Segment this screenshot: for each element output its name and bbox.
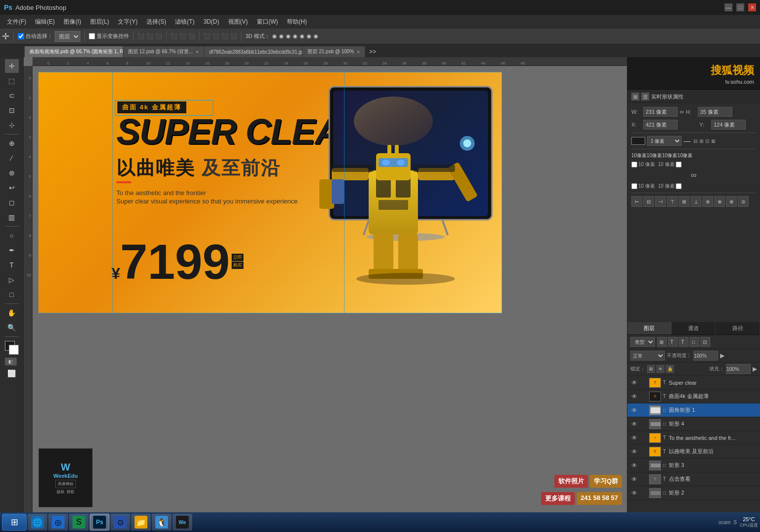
stroke-type-icon[interactable]: ⊟: [693, 138, 697, 144]
3d-icon-3[interactable]: ◉: [286, 33, 291, 39]
corner-bl-checkbox[interactable]: [631, 183, 637, 189]
menu-window[interactable]: 窗口(W): [253, 16, 282, 28]
pen-tool[interactable]: ✒: [5, 243, 19, 257]
menu-view[interactable]: 视图(V): [224, 16, 252, 28]
align-center-btn[interactable]: ⊟: [643, 196, 654, 207]
stroke-dash-icon[interactable]: —: [684, 137, 691, 145]
layer-vis-rect3[interactable]: 👁: [630, 462, 638, 469]
maximize-button[interactable]: □: [736, 3, 744, 11]
filter-smart-icon[interactable]: ⊡: [700, 337, 710, 347]
menu-3d[interactable]: 3D(D): [200, 17, 223, 27]
start-button[interactable]: ⊞: [2, 514, 27, 531]
tab-layers[interactable]: 图层: [627, 322, 672, 334]
3d-icon-4[interactable]: ◉: [293, 33, 298, 39]
filter-pixel-icon[interactable]: ⊞: [657, 337, 667, 347]
3d-icon-1[interactable]: ◉: [272, 33, 277, 39]
layer-rect4[interactable]: 👁 □ 矩形 4: [627, 417, 760, 431]
healing-tool[interactable]: ⊕: [5, 136, 19, 150]
align-right-icon[interactable]: ⬛: [155, 33, 162, 39]
layer-vis-super-clear[interactable]: 👁: [630, 379, 638, 387]
history-brush-tool[interactable]: ↩: [5, 181, 19, 195]
3d-icon-7[interactable]: ◉: [313, 33, 318, 39]
text-tool[interactable]: T: [5, 258, 19, 272]
align-left-btn[interactable]: ⊢: [631, 196, 642, 207]
move-tool-icon[interactable]: ✛: [2, 31, 9, 42]
hand-tool[interactable]: ✋: [5, 306, 19, 320]
layer-yiquwimei[interactable]: 👁 文 T 以曲唯美 及至前沿: [627, 445, 760, 459]
menu-text[interactable]: 文字(Y): [114, 16, 141, 28]
taskbar-photoshop[interactable]: Ps: [90, 514, 109, 531]
menu-select[interactable]: 选择(S): [142, 16, 170, 28]
minimize-button[interactable]: —: [725, 3, 732, 11]
layer-vis-aesthetic[interactable]: 👁: [630, 434, 638, 442]
layer-rect3[interactable]: 👁 □ 矩形 3: [627, 459, 760, 472]
layer-click-view[interactable]: 👁 T T 点击查看: [627, 472, 760, 486]
filter-text-icon[interactable]: T: [679, 337, 689, 347]
tab-overflow-button[interactable]: >>: [365, 46, 380, 57]
brush-tool[interactable]: ∕: [5, 151, 19, 165]
auto-select-checkbox[interactable]: [18, 33, 24, 39]
properties-icon[interactable]: ⊞: [631, 93, 639, 100]
align-bottom-btn[interactable]: ⊥: [691, 196, 701, 207]
layer-vis-rect4[interactable]: 👁: [630, 420, 638, 428]
prop-y-input[interactable]: [711, 120, 746, 130]
corner-br-checkbox[interactable]: [676, 183, 682, 189]
3d-icon-2[interactable]: ◉: [279, 33, 284, 39]
paste-style-btn[interactable]: ⊛: [702, 196, 713, 207]
screen-mode-icon[interactable]: ⬜: [5, 366, 19, 380]
eyedropper-tool[interactable]: ⊹: [5, 118, 19, 132]
mask-mode-icon[interactable]: ◧: [5, 358, 17, 366]
paste-btn[interactable]: ⊗: [726, 196, 737, 207]
move-tool[interactable]: ✛: [5, 59, 19, 73]
layer-vis-rect2[interactable]: 👁: [630, 489, 638, 497]
distribute-center-v-icon[interactable]: ⬛: [230, 33, 237, 39]
filter-adj-icon[interactable]: T: [668, 337, 678, 347]
lock-all-btn[interactable]: 🔒: [666, 365, 674, 373]
tab-layer12-close[interactable]: ×: [196, 49, 199, 55]
3d-icon-6[interactable]: ◉: [307, 33, 311, 39]
layer-rect2[interactable]: 👁 □ 矩形 2: [627, 486, 760, 500]
menu-edit[interactable]: 编辑(E): [31, 16, 59, 28]
layer-super-clear[interactable]: 👁 T T Super clear: [627, 376, 760, 390]
menu-layer[interactable]: 图层(L): [86, 16, 113, 28]
reset-btn[interactable]: ⊘: [738, 196, 749, 207]
zoom-tool[interactable]: 🔍: [5, 321, 19, 334]
lasso-tool[interactable]: ⊂: [5, 89, 19, 102]
tab-paths[interactable]: 路径: [716, 322, 760, 334]
poster-price-badge[interactable]: 立即 购买: [232, 254, 243, 270]
distribute-h-icon[interactable]: ⬛: [204, 33, 210, 39]
stroke-width-select[interactable]: 1 像素: [647, 136, 682, 146]
tab-channels[interactable]: 通道: [672, 322, 716, 334]
eraser-tool[interactable]: ◻: [5, 196, 19, 209]
menu-filter[interactable]: 滤镜(T): [171, 16, 198, 28]
distribute-center-h-icon[interactable]: ⬛: [221, 33, 228, 39]
align-top-icon[interactable]: ⬛: [171, 33, 177, 39]
blend-mode-select[interactable]: 正常: [630, 351, 665, 361]
filter-shape-icon[interactable]: □: [690, 337, 699, 347]
tab-jpg[interactable]: df7862eab2883a6bb11ebc10ebcdd9c31.jpg ×: [204, 46, 303, 57]
layer-rounded-rect[interactable]: 👁 □ 圆角矩形 1: [627, 403, 760, 417]
align-center-h-icon[interactable]: ⬛: [146, 33, 153, 39]
color-picker[interactable]: [5, 341, 19, 355]
fill-more-icon[interactable]: ▶: [753, 366, 757, 372]
menu-image[interactable]: 图像(I): [60, 16, 85, 28]
layer-vis-rounded-rect[interactable]: 👁: [630, 406, 638, 414]
corner-tr-checkbox[interactable]: [676, 162, 682, 167]
align-bottom-icon[interactable]: ⬛: [188, 33, 195, 39]
tab-layer21[interactable]: 图层 21.psb @ 100% ×: [303, 46, 365, 57]
menu-file[interactable]: 文件(F): [3, 16, 30, 28]
crop-tool[interactable]: ⊡: [5, 103, 19, 117]
layer-4k-thin[interactable]: 👁 文 T 曲面4k 金属超薄: [627, 390, 760, 403]
close-button[interactable]: ✕: [748, 3, 756, 11]
taskbar-ie[interactable]: 🌐: [28, 514, 47, 531]
prop-link-icon[interactable]: ∞: [680, 108, 684, 115]
taskbar-folder[interactable]: 📁: [131, 514, 151, 531]
align-top-btn[interactable]: ⊤: [667, 196, 678, 207]
gradient-tool[interactable]: ▥: [5, 210, 19, 224]
fill-input[interactable]: [726, 364, 751, 374]
layer-vis-click[interactable]: 👁: [630, 475, 638, 483]
prop-w-input[interactable]: [643, 107, 678, 117]
lock-pixel-btn[interactable]: ⊞: [647, 365, 655, 373]
stroke-cap-icon[interactable]: ⊡: [705, 138, 709, 144]
menu-help[interactable]: 帮助(H): [283, 16, 311, 28]
